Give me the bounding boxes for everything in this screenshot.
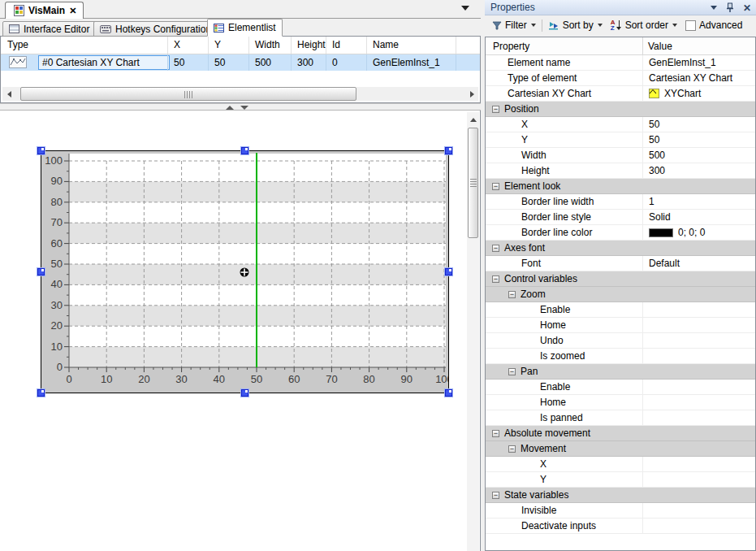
property-value-cell[interactable]	[642, 349, 755, 363]
selection-handle[interactable]	[37, 389, 45, 397]
sort-order-dropdown-icon[interactable]	[672, 24, 677, 27]
property-value-cell[interactable]: 500	[642, 148, 755, 163]
advanced-checkbox[interactable]	[685, 20, 696, 31]
property-row-is-panned[interactable]: Is panned	[486, 410, 755, 426]
property-row-width[interactable]: Width500	[486, 148, 755, 163]
property-group-movement[interactable]: −Movement	[486, 441, 755, 457]
table-header[interactable]: Type X Y Width Height Id Name	[1, 37, 480, 54]
selection-handle[interactable]	[445, 389, 452, 397]
collapse-icon[interactable]: −	[508, 368, 516, 375]
property-value-cell[interactable]	[642, 503, 755, 518]
property-value-cell[interactable]	[642, 518, 755, 533]
property-row-invisible[interactable]: Invisible	[486, 503, 755, 518]
color-swatch[interactable]	[649, 228, 673, 237]
tab-interface-editor[interactable]: Interface Editor	[2, 21, 96, 37]
collapse-icon[interactable]: −	[492, 430, 499, 437]
close-icon[interactable]: ✕	[743, 3, 751, 13]
property-row-element-name[interactable]: Element nameGenElemInst_1	[486, 55, 755, 71]
property-value-cell[interactable]	[642, 380, 755, 394]
collapse-icon[interactable]: −	[492, 183, 499, 190]
sort-by-dropdown-icon[interactable]	[598, 24, 603, 27]
property-row-y[interactable]: Y	[486, 472, 755, 488]
property-row-height[interactable]: Height300	[486, 163, 755, 179]
collapse-icon[interactable]: −	[492, 492, 499, 499]
property-row-border-line-width[interactable]: Border line width1	[486, 194, 755, 210]
splitter-arrows-icon[interactable]	[226, 106, 248, 110]
property-row-is-zoomed[interactable]: Is zoomed	[486, 349, 755, 364]
property-row-home[interactable]: Home	[486, 318, 755, 333]
scrollbar-thumb[interactable]	[468, 128, 478, 238]
column-header-id[interactable]: Id	[326, 37, 366, 54]
collapse-icon[interactable]: −	[492, 106, 499, 113]
property-row-cartesian-xy-chart[interactable]: Cartesian XY ChartXYChart	[486, 86, 755, 102]
cell-x[interactable]: 50	[167, 54, 208, 71]
property-value-cell[interactable]: 50	[642, 132, 755, 147]
collapse-icon[interactable]: −	[508, 445, 516, 453]
tab-close-icon[interactable]: ✕	[69, 6, 76, 16]
vertical-scrollbar[interactable]	[467, 112, 479, 551]
column-header-width[interactable]: Width	[248, 37, 291, 54]
sort-by-button[interactable]: Sort by	[544, 17, 607, 33]
tab-elementlist[interactable]: Elementlist	[207, 19, 283, 37]
scrollbar-thumb[interactable]	[20, 87, 356, 101]
property-column-header[interactable]: Property	[493, 41, 529, 52]
collapse-icon[interactable]: −	[492, 245, 499, 252]
property-value-cell[interactable]	[642, 302, 755, 317]
property-value-cell[interactable]: 0; 0; 0	[642, 225, 755, 240]
property-group-absolute-movement[interactable]: −Absolute movement	[486, 426, 755, 441]
column-header-type[interactable]: Type	[1, 37, 167, 54]
property-row-type-of-element[interactable]: Type of elementCartesian XY Chart	[486, 71, 755, 86]
property-row-y[interactable]: Y50	[486, 132, 755, 148]
property-value-cell[interactable]: 300	[642, 163, 755, 178]
window-position-icon[interactable]	[711, 6, 717, 10]
property-group-state-variables[interactable]: −State variables	[486, 488, 755, 503]
property-value-cell[interactable]: 50	[642, 117, 755, 132]
property-group-element-look[interactable]: −Element look	[486, 179, 755, 194]
table-row-cartesian-xy-chart[interactable]: #0 Cartesian XY Chart 50 50 500 300 0 Ge…	[1, 54, 480, 71]
column-header-y[interactable]: Y	[208, 37, 248, 54]
collapse-icon[interactable]: −	[492, 276, 499, 283]
property-group-axes-font[interactable]: −Axes font	[486, 241, 755, 256]
advanced-toggle[interactable]: Advanced	[681, 17, 746, 33]
xy-chart-element[interactable]: 0102030405060708090100010203040506070809…	[41, 150, 449, 393]
property-row-enable[interactable]: Enable	[486, 380, 755, 395]
property-value-cell[interactable]: XYChart	[642, 86, 755, 101]
selection-handle[interactable]	[241, 147, 248, 154]
property-group-zoom[interactable]: −Zoom	[486, 287, 755, 302]
selection-handle[interactable]	[445, 268, 452, 276]
tab-hotkeys-configuration[interactable]: Hotkeys Configuration	[93, 21, 218, 37]
column-header-x[interactable]: X	[167, 37, 208, 54]
property-value-cell[interactable]	[642, 318, 755, 332]
filter-button[interactable]: Filter	[488, 17, 540, 33]
property-value-cell[interactable]: GenElemInst_1	[642, 55, 755, 70]
cell-height[interactable]: 300	[291, 54, 326, 71]
cell-name[interactable]: GenElemInst_1	[366, 54, 456, 71]
property-row-x[interactable]: X50	[486, 117, 755, 132]
collapse-icon[interactable]: −	[508, 291, 516, 298]
cell-y[interactable]: 50	[208, 54, 248, 71]
property-row-x[interactable]: X	[486, 457, 755, 472]
property-group-pan[interactable]: −Pan	[486, 364, 755, 380]
cell-type[interactable]: #0 Cartesian XY Chart	[38, 55, 170, 70]
column-header-name[interactable]: Name	[366, 37, 456, 54]
filter-dropdown-icon[interactable]	[531, 24, 536, 27]
scroll-right-icon[interactable]	[465, 87, 478, 101]
scroll-left-icon[interactable]	[2, 87, 15, 101]
tab-vismain[interactable]: VisMain ✕	[5, 2, 84, 19]
property-value-cell[interactable]	[642, 410, 755, 425]
property-value-cell[interactable]: Cartesian XY Chart	[642, 71, 755, 85]
horizontal-scrollbar[interactable]	[2, 87, 478, 101]
property-row-border-line-color[interactable]: Border line color0; 0; 0	[486, 225, 755, 241]
property-value-cell[interactable]	[642, 457, 755, 471]
scroll-up-icon[interactable]	[467, 114, 479, 126]
property-row-home[interactable]: Home	[486, 395, 755, 410]
value-column-header[interactable]: Value	[648, 41, 672, 52]
cell-id[interactable]: 0	[326, 54, 366, 71]
property-group-position[interactable]: −Position	[486, 102, 755, 117]
selection-handle[interactable]	[445, 147, 452, 154]
property-value-cell[interactable]	[642, 333, 755, 348]
property-row-font[interactable]: FontDefault	[486, 256, 755, 271]
column-header-height[interactable]: Height	[291, 37, 326, 54]
selection-handle[interactable]	[241, 389, 248, 397]
property-group-control-variables[interactable]: −Control variables	[486, 271, 755, 287]
